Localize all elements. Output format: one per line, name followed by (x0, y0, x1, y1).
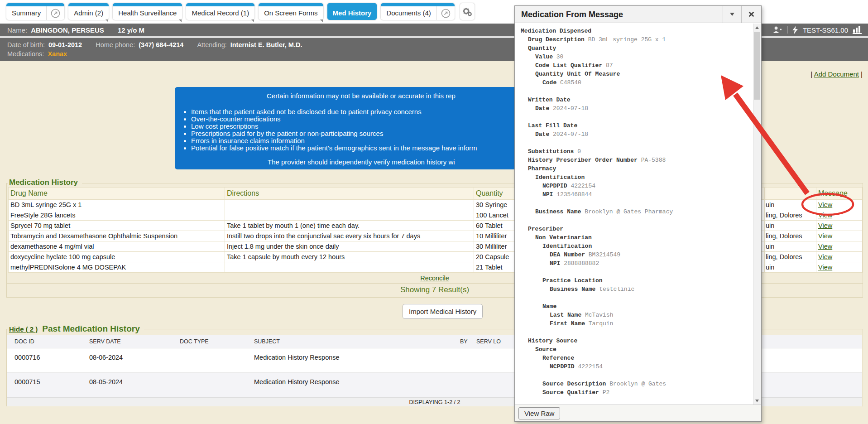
external-link-icon[interactable] (46, 3, 64, 20)
modal-line-label: Name (542, 303, 556, 310)
drug-cell: BD 3mL syringe 25G x 1 (9, 200, 225, 210)
modal-line-value: C48540 (556, 79, 581, 86)
col-subject[interactable]: SUBJECT (254, 338, 280, 345)
lightning-icon[interactable] (792, 26, 798, 34)
view-link[interactable]: View (818, 243, 832, 250)
tab-medical-record[interactable]: Medical Record (1) (186, 3, 254, 20)
modal-line-value: Brooklyn @ Gates (606, 381, 666, 387)
tab-med-history[interactable]: Med History (327, 3, 377, 20)
modal-line: Drug Description BD 3mL syringe 25G x 1 (521, 35, 749, 44)
chevron-down-icon (730, 13, 734, 16)
phone-label: Home phone: (96, 41, 135, 48)
view-link[interactable]: View (818, 232, 832, 240)
directions-cell (225, 200, 474, 210)
modal-line: Identification (521, 173, 749, 182)
col-by (765, 188, 816, 200)
modal-line (521, 199, 749, 207)
view-link[interactable]: View (818, 264, 832, 271)
col-by[interactable]: BY (460, 338, 468, 345)
modal-line: Business Name Brooklyn @ Gates Pharmacy (521, 207, 749, 216)
modal-line-label: Business Name (550, 286, 595, 293)
modal-line-label: Identification (535, 174, 585, 181)
drug-cell: FreeStyle 28G lancets (9, 210, 225, 221)
modal-line-label: History Prescriber Order Number (528, 157, 638, 164)
external-link-icon[interactable] (436, 3, 455, 20)
modal-line-value: 2024-07-18 (549, 105, 588, 112)
by-cell: uin (765, 262, 816, 273)
import-medical-history-button[interactable]: Import Medical History (403, 304, 483, 319)
view-link[interactable]: View (818, 253, 832, 260)
tab-documents[interactable]: Documents (4) (381, 3, 454, 20)
modal-line-label: Non Veterinarian (535, 234, 592, 241)
col-serv-loc[interactable]: SERV LO (476, 338, 501, 345)
gear-icon (462, 6, 473, 17)
tab-health-surveillance[interactable]: Health Surveillance (113, 3, 182, 20)
drug-cell: doxycycline hyclate 100 mg capsule (9, 252, 225, 262)
info-bullet: Low cost prescriptions (191, 123, 477, 130)
tab-label: On Screen Forms (259, 3, 323, 20)
close-button[interactable] (741, 6, 761, 23)
modal-line-label: First Name (550, 320, 585, 327)
modal-line: NPI 1235468844 (521, 190, 749, 199)
phone-value: (347) 684-4214 (139, 41, 183, 48)
modal-line-label: Reference (542, 355, 574, 361)
add-user-icon[interactable] (772, 26, 783, 34)
divider (787, 26, 788, 34)
tab-summary[interactable]: Summary (6, 3, 64, 20)
reconcile-link[interactable]: Reconcile (420, 275, 449, 282)
modal-line (521, 139, 749, 147)
col-serv-date[interactable]: SERV DATE (89, 338, 121, 345)
modal-line-value: 2888888882 (560, 260, 599, 267)
tab-label: Admin (2) (68, 3, 109, 20)
scrollbar[interactable] (753, 24, 761, 405)
bar-chart-icon[interactable] (853, 26, 862, 34)
col-message: Message (816, 188, 863, 200)
dialog-titlebar[interactable]: Medication From Message (515, 6, 761, 23)
tab-label: Summary (6, 3, 46, 20)
modal-line: Code List Qualifier 87 (521, 61, 749, 70)
scroll-up-icon[interactable] (753, 24, 761, 31)
settings-button[interactable] (460, 3, 475, 20)
modal-line: Name (521, 302, 749, 311)
modal-line-label: Medication Dispensed (521, 28, 591, 34)
medication-from-message-dialog: Medication From Message Medication Dispe… (514, 5, 762, 422)
tab-label: Med History (327, 3, 377, 20)
modal-line-value: PA-5388 (638, 157, 666, 164)
by-cell: ling, Dolores (765, 210, 816, 221)
medications-value[interactable]: Xanax (48, 50, 67, 58)
modal-line: Source (521, 345, 749, 354)
tab-on-screen-forms[interactable]: On Screen Forms (259, 3, 323, 20)
modal-line: DEA Number BM3214549 (521, 251, 749, 259)
scroll-down-icon[interactable] (753, 397, 761, 405)
serv-date-cell: 08-06-2024 (89, 354, 123, 361)
directions-cell: Take 1 capsule by mouth every 12 hours (225, 252, 474, 262)
by-cell: ling, Dolores (765, 231, 816, 241)
tab-admin[interactable]: Admin (2) (68, 3, 109, 20)
banner-toolbar: TEST-SS61.00 (772, 24, 862, 36)
view-link[interactable]: View (818, 212, 832, 219)
col-doc-type[interactable]: DOC TYPE (180, 338, 209, 345)
scrollbar-thumb[interactable] (754, 32, 760, 100)
message-cell: View (816, 252, 863, 262)
add-document-link[interactable]: Add Document (814, 70, 859, 78)
col-doc-id[interactable]: DOC ID (14, 338, 34, 345)
modal-line: Practice Location (521, 276, 749, 285)
modal-line (521, 216, 749, 225)
by-cell: uin (765, 241, 816, 252)
modal-line: Source Qualifier P2 (521, 388, 749, 397)
view-link[interactable]: View (818, 222, 832, 229)
modal-line-label: NPI (542, 191, 553, 198)
view-link[interactable]: View (818, 201, 832, 208)
view-raw-button[interactable]: View Raw (518, 407, 560, 419)
collapse-button[interactable] (723, 6, 741, 23)
modal-line-value: McTavish (581, 312, 613, 318)
station-code: TEST-SS61.00 (803, 26, 848, 34)
modal-line-label: NCPDPID (542, 183, 567, 189)
dialog-title: Medication From Message (521, 10, 623, 19)
tab-label: Health Surveillance (113, 3, 182, 20)
hide-link[interactable]: Hide ( 2 ) (9, 325, 38, 333)
message-cell: View (816, 262, 863, 273)
modal-line-label: Date (535, 131, 549, 138)
directions-cell: Instill two drops into the conjunctival … (225, 231, 474, 241)
modal-line-value: 4222154 (575, 363, 603, 370)
